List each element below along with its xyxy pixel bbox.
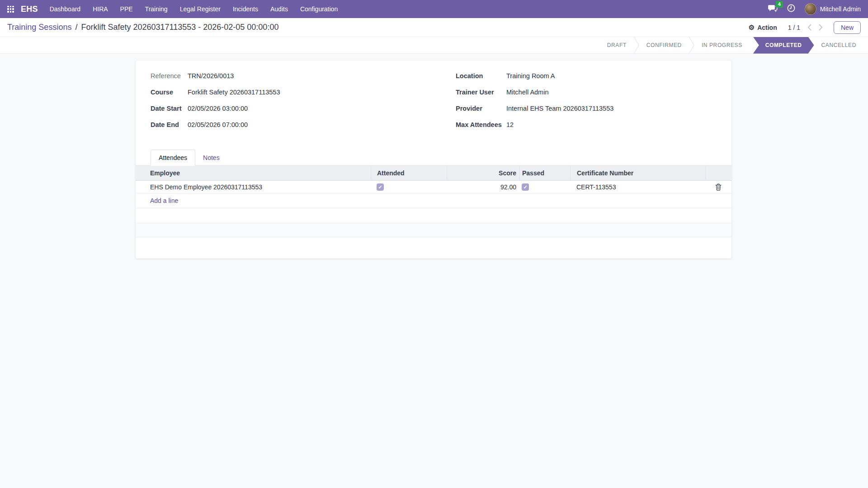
field-date-end: Date End 02/05/2026 07:00:00: [151, 121, 426, 131]
field-location: Location Training Room A: [456, 72, 717, 83]
field-value[interactable]: TRN/2026/0013: [188, 72, 234, 80]
nav-item-incidents[interactable]: Incidents: [233, 5, 258, 13]
control-panel: Training Sessions / Forklift Safety 2026…: [0, 18, 868, 37]
breadcrumb: Training Sessions / Forklift Safety 2026…: [7, 23, 278, 32]
breadcrumb-current: Forklift Safety 20260317113553 - 2026-02…: [81, 23, 278, 32]
status-step-completed-active[interactable]: COMPLETED: [753, 37, 814, 54]
field-reference: Reference TRN/2026/0013: [151, 72, 426, 83]
nav-item-configuration[interactable]: Configuration: [300, 5, 338, 13]
form-sheet: Reference TRN/2026/0013 Course Forklift …: [136, 61, 731, 258]
status-step-confirmed[interactable]: CONFIRMED: [639, 42, 689, 48]
activity-clock-icon[interactable]: [787, 4, 796, 14]
new-button[interactable]: New: [834, 21, 861, 34]
field-label: Location: [456, 72, 506, 80]
table-header: Employee Attended Score Passed Certifica…: [136, 166, 731, 181]
apps-menu-icon[interactable]: [7, 6, 14, 13]
breadcrumb-parent[interactable]: Training Sessions: [7, 23, 71, 32]
field-value[interactable]: Internal EHS Team 20260317113553: [506, 105, 613, 112]
passed-cell: ✓: [519, 183, 570, 191]
column-header-score[interactable]: Score: [447, 166, 519, 180]
attended-cell: ✓: [371, 183, 447, 191]
field-value[interactable]: 02/05/2026 07:00:00: [188, 121, 248, 128]
pager-previous-icon[interactable]: [807, 24, 811, 31]
field-label: Trainer User: [456, 89, 506, 96]
pager: 1 / 1: [788, 24, 823, 31]
notebook-tabs: Attendees Notes: [136, 150, 731, 166]
attended-checkbox[interactable]: ✓: [377, 183, 384, 191]
field-label: Date End: [151, 121, 188, 128]
nav-item-ppe[interactable]: PPE: [120, 5, 133, 13]
status-step-cancelled[interactable]: CANCELLED: [814, 42, 863, 48]
field-course: Course Forklift Safety 20260317113553: [151, 89, 426, 99]
field-value[interactable]: Forklift Safety 20260317113553: [188, 89, 280, 96]
statusbar: DRAFT CONFIRMED IN PROGRESS COMPLETED CA…: [0, 37, 868, 54]
column-header-attended[interactable]: Attended: [371, 166, 447, 180]
action-button-label: Action: [757, 24, 777, 31]
field-label: Max Attendees: [456, 121, 506, 128]
tab-notes[interactable]: Notes: [195, 150, 227, 165]
field-trainer-user: Trainer User Mitchell Admin: [456, 89, 717, 99]
nav-item-legal-register[interactable]: Legal Register: [180, 5, 221, 13]
field-label: Reference: [151, 72, 188, 80]
gear-icon: ⚙: [749, 24, 755, 31]
employee-cell[interactable]: EHS Demo Employee 20260317113553: [136, 183, 371, 191]
certificate-cell[interactable]: CERT-113553: [570, 183, 705, 191]
field-value[interactable]: Training Room A: [506, 72, 555, 80]
attendees-table: Employee Attended Score Passed Certifica…: [136, 166, 731, 237]
field-value[interactable]: Mitchell Admin: [506, 89, 548, 96]
field-date-start: Date Start 02/05/2026 03:00:00: [151, 105, 426, 115]
field-max-attendees: Max Attendees 12: [456, 121, 717, 131]
empty-table-row-striped: [136, 223, 731, 237]
app-name[interactable]: EHS: [21, 5, 38, 14]
tab-attendees[interactable]: Attendees: [151, 150, 195, 166]
top-navbar: EHS Dashboard HIRA PPE Training Legal Re…: [0, 0, 868, 18]
messages-button[interactable]: 4: [768, 4, 778, 14]
message-count-badge: 4: [776, 1, 783, 8]
field-label: Provider: [456, 105, 506, 112]
action-button[interactable]: ⚙ Action: [749, 24, 777, 31]
status-separator-icon: [689, 37, 694, 53]
nav-item-hira[interactable]: HIRA: [93, 5, 108, 13]
nav-item-training[interactable]: Training: [145, 5, 168, 13]
field-label: Date Start: [151, 105, 188, 112]
column-header-passed[interactable]: Passed: [519, 166, 570, 180]
user-menu[interactable]: Mitchell Admin: [805, 3, 861, 15]
passed-checkbox[interactable]: ✓: [522, 183, 529, 191]
table-row[interactable]: EHS Demo Employee 20260317113553 ✓ 92.00…: [136, 181, 731, 193]
field-label: Course: [151, 89, 188, 96]
pager-value: 1 / 1: [788, 24, 800, 31]
delete-row-trash-icon[interactable]: [715, 183, 722, 191]
pager-next-icon[interactable]: [819, 24, 823, 31]
status-separator-icon: [634, 37, 639, 53]
status-step-in-progress[interactable]: IN PROGRESS: [694, 42, 750, 48]
main-menu: Dashboard HIRA PPE Training Legal Regist…: [50, 5, 338, 13]
field-provider: Provider Internal EHS Team 2026031711355…: [456, 105, 717, 115]
score-cell[interactable]: 92.00: [447, 183, 519, 191]
nav-item-dashboard[interactable]: Dashboard: [50, 5, 81, 13]
column-header-certificate[interactable]: Certificate Number: [570, 166, 705, 180]
avatar: [805, 3, 816, 15]
field-grid: Reference TRN/2026/0013 Course Forklift …: [136, 72, 731, 137]
add-a-line-link[interactable]: Add a line: [136, 193, 731, 208]
column-header-employee[interactable]: Employee: [136, 166, 371, 180]
column-header-actions: [705, 166, 731, 180]
breadcrumb-separator: /: [75, 23, 77, 32]
empty-table-row: [136, 208, 731, 223]
field-value[interactable]: 02/05/2026 03:00:00: [188, 105, 248, 112]
nav-item-audits[interactable]: Audits: [270, 5, 288, 13]
user-name: Mitchell Admin: [820, 5, 861, 13]
status-step-draft[interactable]: DRAFT: [600, 42, 634, 48]
field-value[interactable]: 12: [506, 121, 514, 128]
